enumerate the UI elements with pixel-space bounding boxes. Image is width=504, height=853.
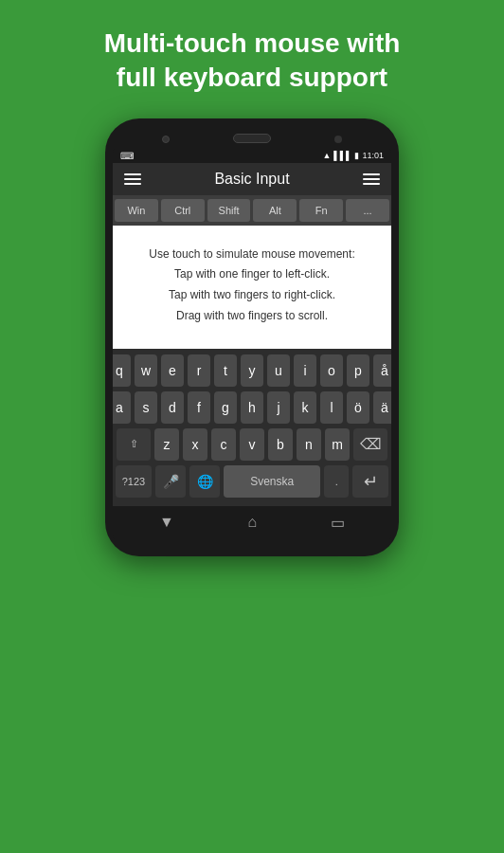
key-h[interactable]: h [241,391,263,424]
key-k[interactable]: k [294,391,316,424]
menu-button-right[interactable] [363,173,380,185]
speaker-grille [233,134,271,143]
phone-wrapper: ⌨ ▲ ▌▌▌ ▮ 11:01 Basic Input [105,118,399,556]
key-p[interactable]: p [347,354,369,387]
ctrl-key[interactable]: Ctrl [161,199,205,222]
app-title: Basic Input [214,171,289,188]
back-nav-icon[interactable]: ▼ [159,514,174,531]
key-f[interactable]: f [188,391,210,424]
backspace-key[interactable]: ⌫ [353,428,387,461]
key-v[interactable]: v [240,428,264,461]
home-nav-icon[interactable]: ⌂ [248,514,258,531]
fn-key[interactable]: Fn [299,199,343,222]
key-x[interactable]: x [183,428,207,461]
globe-key[interactable]: 🌐 [189,465,220,498]
alt-key[interactable]: Alt [253,199,297,222]
key-o[interactable]: o [320,354,343,387]
key-aa[interactable]: å [373,354,391,387]
status-bar: ⌨ ▲ ▌▌▌ ▮ 11:01 [113,149,391,163]
period-key[interactable]: . [324,465,349,498]
key-m[interactable]: m [325,428,350,461]
key-c[interactable]: c [211,428,236,461]
key-d[interactable]: d [161,391,184,424]
enter-key[interactable]: ↵ [352,465,388,498]
phone-screen: ⌨ ▲ ▌▌▌ ▮ 11:01 Basic Input [113,149,391,539]
key-b[interactable]: b [268,428,293,461]
key-t[interactable]: t [214,354,237,387]
header-text: Multi-touch mouse with full keyboard sup… [76,27,429,96]
instruction-line1: Use touch to simulate mouse movement: [149,247,354,261]
keyboard-status-icon: ⌨ [120,151,134,161]
phone-top-bar [113,130,391,149]
space-key[interactable]: Svenska [224,465,320,498]
app-bar: Basic Input [113,163,391,195]
sensor-dot [334,136,342,143]
more-keys[interactable]: ... [346,199,389,222]
win-key[interactable]: Win [115,199,158,222]
key-r[interactable]: r [188,354,210,387]
instruction-line2: Tap with one finger to left-click. [174,267,330,281]
content-area: Use touch to simulate mouse movement: Ta… [113,226,391,349]
key-q[interactable]: q [113,354,131,387]
key-s[interactable]: s [135,391,157,424]
content-text: Use touch to simulate mouse movement: Ta… [128,245,376,326]
key-u[interactable]: u [267,354,290,387]
key-g[interactable]: g [214,391,237,424]
status-icons: ▲ ▌▌▌ ▮ 11:01 [322,151,384,160]
recents-nav-icon[interactable]: ▭ [331,514,345,532]
header-line2: full keyboard support [117,63,387,92]
camera-dot [162,136,170,143]
hamburger-line [363,173,380,175]
keyboard-row-4: ?123 🎤 🌐 Svenska . ↵ [116,465,388,498]
key-ae[interactable]: ä [373,391,391,424]
hamburger-line [124,178,141,180]
hamburger-line [124,183,141,185]
header-line1: Multi-touch mouse with [104,28,401,58]
key-z[interactable]: z [154,428,179,461]
hamburger-line [363,178,380,180]
num-key[interactable]: ?123 [116,465,152,498]
menu-button-left[interactable] [124,173,141,185]
time-display: 11:01 [362,151,384,160]
hamburger-line [124,173,141,175]
keyboard-row-3: ⇧ z x c v b n m ⌫ [116,428,388,461]
key-a[interactable]: a [113,391,131,424]
key-j[interactable]: j [267,391,290,424]
instruction-line4: Drag with two fingers to scroll. [176,309,328,322]
keyboard-row-1: q w e r t y u i o p å [116,354,388,387]
battery-icon: ▮ [354,151,359,160]
key-n[interactable]: n [297,428,321,461]
nav-bar: ▼ ⌂ ▭ [113,506,391,539]
instruction-line3: Tap with two fingers to right-click. [169,288,335,301]
shift-modifier-key[interactable]: Shift [207,199,251,222]
key-i[interactable]: i [294,354,316,387]
hamburger-line [363,183,380,185]
key-e[interactable]: e [161,354,184,387]
keyboard-row-2: a s d f g h j k l ö ä [116,391,388,424]
modifier-keys-row: Win Ctrl Shift Alt Fn ... [113,195,391,226]
key-w[interactable]: w [135,354,157,387]
key-l[interactable]: l [320,391,343,424]
mic-key[interactable]: 🎤 [155,465,186,498]
signal-icon: ▌▌▌ [333,151,351,160]
keyboard-area: q w e r t y u i o p å a s d f g h j [113,349,391,506]
wifi-icon: ▲ [322,151,331,160]
shift-key[interactable]: ⇧ [117,428,151,461]
key-y[interactable]: y [241,354,263,387]
key-oe[interactable]: ö [347,391,369,424]
phone-bottom [113,539,391,547]
